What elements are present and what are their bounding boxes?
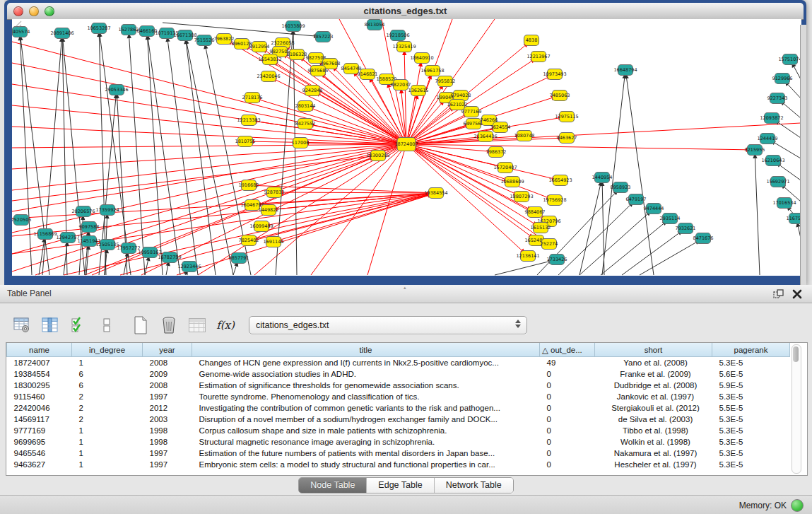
graph-node[interactable]: 1733426 — [547, 255, 567, 265]
table-panel-header[interactable]: ▴ Table Panel — [0, 285, 812, 303]
graph-node[interactable]: 8215955 — [745, 145, 765, 156]
graph-node[interactable]: 8186328 — [287, 49, 307, 60]
graph-node[interactable]: 1810755 — [235, 136, 256, 147]
graph-node[interactable]: 17359924 — [95, 205, 119, 216]
graph-node[interactable]: 12093872 — [760, 113, 783, 124]
table-settings-icon[interactable] — [13, 316, 31, 334]
graph-node[interactable]: 8427552 — [295, 119, 316, 129]
select-columns-icon[interactable] — [41, 316, 59, 334]
table-row[interactable]: 946554611997Estimation of the future num… — [7, 448, 790, 459]
graph-node[interactable]: 19384554 — [424, 188, 447, 199]
close-window-button[interactable] — [13, 6, 23, 16]
zoom-window-button[interactable] — [45, 6, 54, 16]
graph-node[interactable]: 7986372 — [486, 147, 507, 158]
graph-node[interactable]: 6479197 — [626, 194, 647, 205]
scrollbar-thumb[interactable] — [793, 346, 799, 362]
window-titlebar[interactable]: citations_edges.txt — [7, 3, 804, 20]
column-header-title[interactable]: title — [192, 343, 540, 357]
tab-node-table[interactable]: Node Table — [299, 478, 367, 493]
graph-node[interactable]: 8912954 — [249, 42, 270, 52]
graph-node[interactable]: 12325419 — [392, 42, 416, 52]
graph-node[interactable]: 1440954 — [592, 173, 613, 183]
graph-node[interactable]: 9227343 — [767, 93, 788, 104]
graph-node[interactable]: 1167533 — [787, 214, 801, 224]
graph-node[interactable]: 252274 — [541, 239, 558, 250]
graph-node[interactable]: 16033809 — [281, 21, 305, 32]
graph-node[interactable]: 2718176 — [242, 93, 263, 103]
graph-node[interactable]: 3624554 — [490, 122, 511, 133]
column-header-out_de[interactable]: △ out_de... — [540, 343, 595, 357]
graph-node[interactable]: 9129966 — [772, 74, 793, 84]
network-canvas[interactable]: 1872400724055742089140610653287152786264… — [12, 19, 801, 276]
table-row[interactable]: 2242004622012Investigating the contribut… — [7, 402, 790, 414]
graph-node[interactable]: 12136141 — [516, 251, 539, 262]
table-row[interactable]: 969969511998Structural magnetic resonanc… — [7, 436, 790, 448]
graph-node[interactable]: 9777169 — [461, 107, 482, 117]
graph-node[interactable]: 1691144 — [264, 237, 284, 247]
graph-node[interactable]: 10653287 — [87, 23, 110, 34]
table-selector-dropdown[interactable]: citations_edges.txt — [249, 316, 527, 334]
graph-node[interactable]: 16210643 — [761, 156, 784, 166]
graph-node[interactable]: 17016534 — [772, 198, 796, 209]
column-header-name[interactable]: name — [7, 343, 72, 357]
graph-node[interactable]: 9875685 — [308, 66, 329, 76]
graph-node[interactable]: 1449822 — [259, 205, 279, 216]
table-row[interactable]: 1830029562008Estimation of significance … — [7, 380, 790, 391]
graph-node[interactable]: 5287833 — [264, 187, 285, 198]
tab-network-table[interactable]: Network Table — [435, 478, 513, 493]
graph-node[interactable]: 1916682 — [239, 180, 259, 191]
panel-resize-handle[interactable]: ▴ — [404, 286, 409, 289]
graph-node[interactable]: 19218506 — [386, 30, 409, 41]
graph-node[interactable]: 1244419 — [758, 134, 778, 144]
graph-node[interactable]: 19756928 — [543, 195, 566, 206]
table-row[interactable]: 977716911998Corpus callosum shape and si… — [7, 425, 790, 436]
function-builder-button[interactable]: f(x) — [216, 316, 235, 334]
graph-node[interactable]: 18724007 — [394, 138, 418, 151]
column-header-in_degree[interactable]: in_degree — [72, 343, 143, 357]
graph-node[interactable]: 7485063 — [550, 90, 570, 101]
delete-table-icon[interactable] — [160, 316, 178, 334]
table-row[interactable]: 911546021997Tourette syndrome. Phenomeno… — [7, 391, 790, 402]
graph-node[interactable]: 18640910 — [410, 53, 433, 64]
graph-node[interactable]: 15692971 — [766, 177, 789, 187]
graph-node[interactable]: 9097588 — [79, 222, 100, 233]
graph-node[interactable]: 15720407 — [493, 163, 517, 173]
graph-node[interactable]: 1362615 — [408, 86, 429, 96]
graph-node[interactable]: 10688609 — [500, 177, 524, 187]
graph-node[interactable]: 9242848 — [302, 86, 323, 96]
graph-node[interactable]: 9463627 — [557, 133, 577, 144]
table-scrollbar[interactable] — [792, 344, 801, 474]
graph-node[interactable]: 16648794 — [613, 65, 637, 76]
graph-node[interactable]: 16654923 — [548, 175, 572, 186]
graph-node[interactable]: 9884067 — [525, 207, 546, 218]
graph-node[interactable]: 2520505 — [12, 215, 31, 226]
graph-node[interactable]: 1527862 — [119, 25, 139, 35]
graph-node[interactable]: 4838 — [524, 35, 539, 46]
graph-node[interactable]: 9857791 — [229, 253, 249, 264]
table-row[interactable]: 946362711997Embryonic stem cells: a mode… — [7, 459, 790, 470]
column-header-year[interactable]: year — [143, 343, 192, 357]
graph-node[interactable]: 7932621 — [676, 223, 696, 234]
table-row[interactable]: 1938455462009Genome-wide association stu… — [7, 368, 790, 380]
graph-node[interactable]: 20891406 — [50, 28, 73, 39]
graph-node[interactable]: 9146821 — [358, 69, 378, 80]
graph-node[interactable]: 12213383 — [237, 115, 260, 126]
graph-node[interactable]: 8471676 — [693, 233, 714, 244]
canvas-resize-grip[interactable] — [12, 19, 22, 29]
graph-node[interactable]: 7825402 — [239, 235, 259, 246]
graph-node[interactable]: 7857223 — [313, 32, 334, 42]
graph-node[interactable]: 1615132 — [531, 223, 551, 233]
graph-node[interactable]: 16961758 — [420, 66, 444, 76]
graph-node[interactable]: 117006 — [292, 138, 310, 148]
graph-node[interactable]: 12942757 — [56, 233, 79, 243]
close-panel-icon[interactable] — [791, 288, 804, 300]
graph-node[interactable]: 12213967 — [526, 52, 550, 62]
select-all-icon[interactable] — [69, 316, 88, 334]
graph-node[interactable]: 8813054 — [365, 20, 385, 30]
new-table-icon[interactable] — [131, 316, 150, 334]
graph-node[interactable]: 8958923 — [611, 182, 631, 193]
graph-node[interactable]: 2803144 — [295, 101, 316, 112]
graph-node[interactable]: 7955812 — [435, 76, 456, 87]
float-panel-icon[interactable] — [772, 288, 785, 300]
graph-node[interactable]: 2935114 — [660, 214, 681, 224]
